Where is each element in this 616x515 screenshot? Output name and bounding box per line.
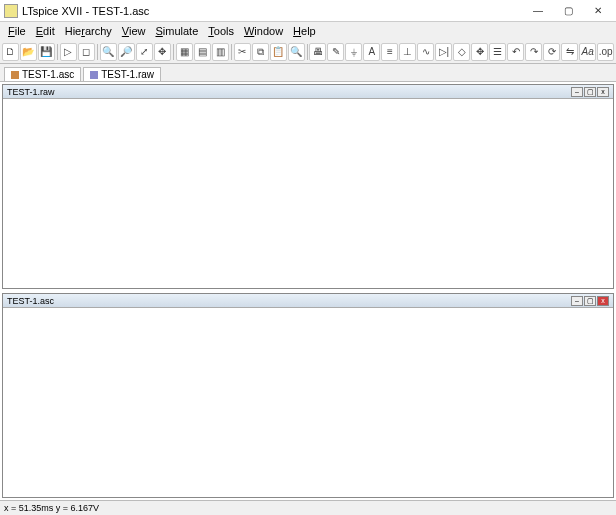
schematic-pane-title: TEST-1.asc [7,296,54,306]
wire-button[interactable]: ✎ [327,43,344,61]
undo-button[interactable]: ↶ [507,43,524,61]
open-button[interactable]: 📂 [20,43,37,61]
drag-button[interactable]: ☰ [489,43,506,61]
tile-button[interactable]: ▤ [194,43,211,61]
label-button[interactable]: A [363,43,380,61]
tab-schematic[interactable]: TEST-1.asc [4,67,81,81]
zoom-fit-button[interactable]: ⤢ [136,43,153,61]
tab-waveform-label: TEST-1.raw [101,69,154,80]
run-button[interactable]: ▷ [60,43,77,61]
pane-min-button[interactable]: – [571,296,583,306]
mirror-button[interactable]: ⇋ [561,43,578,61]
titlebar: LTspice XVII - TEST-1.asc — ▢ ✕ [0,0,616,22]
waveform-tab-icon [90,71,98,79]
schematic-tab-icon [11,71,19,79]
redo-button[interactable]: ↷ [525,43,542,61]
pan-button[interactable]: ✥ [154,43,171,61]
zoom-in-button[interactable]: 🔍 [100,43,117,61]
menu-help[interactable]: Help [289,24,320,38]
move-button[interactable]: ✥ [471,43,488,61]
pane-min-button[interactable]: – [571,87,583,97]
text-button[interactable]: Aa [579,43,596,61]
copy-button[interactable]: ⧉ [252,43,269,61]
new-schematic-button[interactable]: 🗋 [2,43,19,61]
menu-tools[interactable]: Tools [204,24,238,38]
capacitor-button[interactable]: ⊥ [399,43,416,61]
tab-waveform[interactable]: TEST-1.raw [83,67,161,81]
menu-view[interactable]: View [118,24,150,38]
waveform-pane-title: TEST-1.raw [7,87,55,97]
find-button[interactable]: 🔍 [288,43,305,61]
tab-schematic-label: TEST-1.asc [22,69,74,80]
pane-max-button[interactable]: ▢ [584,296,596,306]
save-button[interactable]: 💾 [38,43,55,61]
minimize-button[interactable]: — [524,2,552,20]
menu-edit[interactable]: Edit [32,24,59,38]
toolbar: 🗋 📂 💾 ▷ ◻ 🔍 🔎 ⤢ ✥ ▦ ▤ ▥ ✂ ⧉ 📋 🔍 🖶 ✎ ⏚ A … [0,40,616,64]
zoom-out-button[interactable]: 🔎 [118,43,135,61]
ground-button[interactable]: ⏚ [345,43,362,61]
waveform-pane: TEST-1.raw – ▢ x V(clk)V(clk2)V(clk3)V(a… [2,84,614,289]
stop-button[interactable]: ◻ [78,43,95,61]
spice-directive-button[interactable]: .op [597,43,614,61]
paste-button[interactable]: 📋 [270,43,287,61]
menu-hierarchy[interactable]: Hierarchy [61,24,116,38]
close-button[interactable]: ✕ [584,2,612,20]
pane-close-button[interactable]: x [597,296,609,306]
app-icon [4,4,18,18]
cascade-button[interactable]: ▥ [212,43,229,61]
schematic-pane: TEST-1.asc – ▢ x V1 PULSE(0 5 10m 0.001 … [2,293,614,498]
rotate-button[interactable]: ⟳ [543,43,560,61]
menubar: File Edit Hierarchy View Simulate Tools … [0,22,616,40]
window-title: LTspice XVII - TEST-1.asc [22,5,524,17]
pane-max-button[interactable]: ▢ [584,87,596,97]
cut-button[interactable]: ✂ [234,43,251,61]
autorange-button[interactable]: ▦ [176,43,193,61]
menu-file[interactable]: File [4,24,30,38]
menu-simulate[interactable]: Simulate [151,24,202,38]
inductor-button[interactable]: ∿ [417,43,434,61]
component-button[interactable]: ◇ [453,43,470,61]
print-button[interactable]: 🖶 [309,43,326,61]
diode-button[interactable]: ▷| [435,43,452,61]
statusbar: x = 51.35ms y = 6.167V [0,500,616,515]
menu-window[interactable]: Window [240,24,287,38]
resistor-button[interactable]: ≡ [381,43,398,61]
maximize-button[interactable]: ▢ [554,2,582,20]
tab-strip: TEST-1.asc TEST-1.raw [0,64,616,82]
cursor-readout: x = 51.35ms y = 6.167V [4,503,99,513]
pane-close-button[interactable]: x [597,87,609,97]
